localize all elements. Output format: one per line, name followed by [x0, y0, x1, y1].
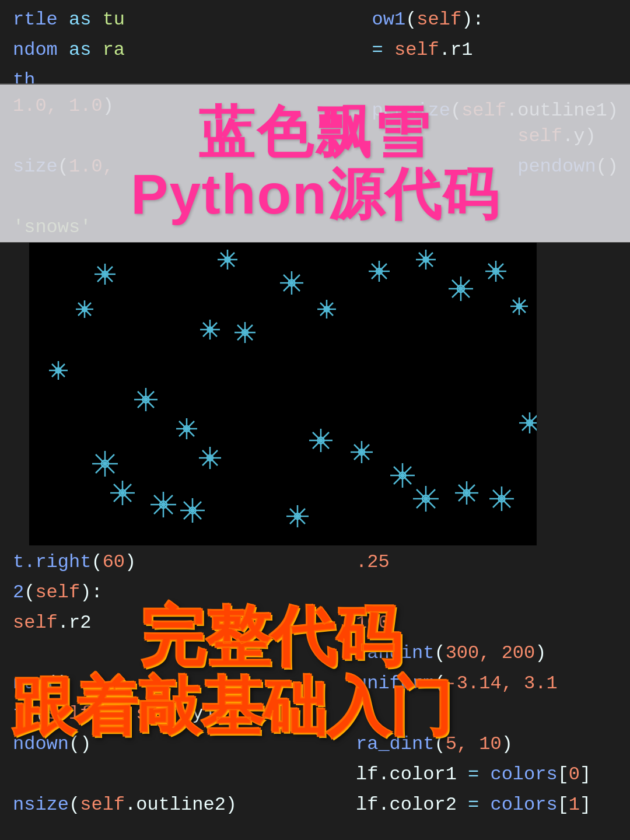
- overlay-complete-code: 完整代码: [140, 601, 401, 673]
- code-line: = self.r1: [366, 35, 618, 65]
- snow-canvas: [29, 242, 537, 545]
- code-line: .25: [350, 547, 618, 578]
- snowflakes-svg: [29, 242, 537, 545]
- banner: 蓝色飘雪 Python源代码: [0, 85, 630, 242]
- banner-title1: 蓝色飘雪: [198, 102, 432, 163]
- code-line: ndom as ra: [7, 35, 125, 65]
- code-line: rtle as tu: [7, 5, 125, 35]
- code-line: ow1(self):: [366, 5, 618, 35]
- bottom-overlay: 完整代码 跟着敲基础入门: [0, 595, 630, 840]
- code-line: t.right(60): [7, 547, 237, 578]
- overlay-follow-along: 跟着敲基础入门: [12, 673, 453, 742]
- banner-title2: Python源代码: [131, 163, 499, 225]
